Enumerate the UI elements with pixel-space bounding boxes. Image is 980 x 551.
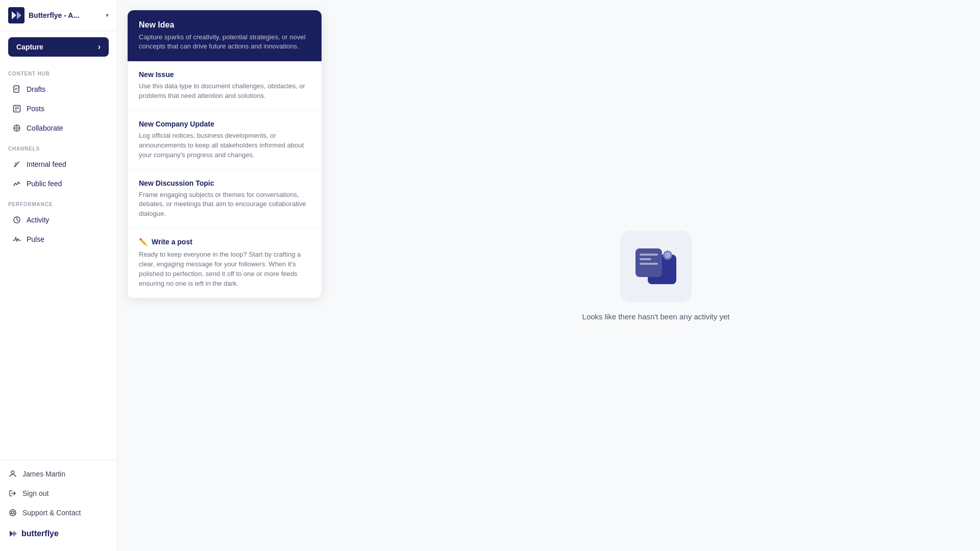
new-discussion-topic-title: New Discussion Topic: [139, 179, 310, 187]
svg-line-17: [17, 220, 18, 221]
svg-point-9: [16, 127, 18, 129]
support-contact-label: Support & Contact: [22, 509, 81, 517]
public-feed-icon: [12, 179, 21, 188]
chevron-down-icon: ▾: [106, 12, 109, 19]
sign-out-icon: [8, 489, 17, 498]
new-discussion-topic-description: Frame engaging subjects or themes for co…: [139, 190, 310, 219]
support-icon: [8, 508, 17, 517]
support-contact-item[interactable]: Support & Contact: [0, 503, 117, 522]
empty-state-icon: [635, 248, 676, 284]
capture-arrow-icon: ›: [98, 42, 101, 52]
svg-point-18: [11, 471, 14, 474]
clock-icon: [663, 251, 672, 260]
doc-front-icon: [635, 248, 662, 277]
sign-out-item[interactable]: Sign out: [0, 484, 117, 503]
performance-section-label: PERFORMANCE: [0, 193, 117, 210]
sidebar-collaborate-label: Collaborate: [27, 124, 63, 132]
sidebar-pulse-label: Pulse: [27, 235, 44, 243]
doc-line-2: [640, 258, 651, 260]
write-post-description: Ready to keep everyone in the loop? Star…: [139, 250, 310, 288]
capture-dropdown-card: New Idea Capture sparks of creativity, p…: [128, 10, 322, 298]
empty-state-message: Looks like there hasn't been any activit…: [582, 312, 730, 321]
doc-line-1: [640, 254, 658, 256]
sign-out-label: Sign out: [22, 489, 48, 497]
capture-label: Capture: [16, 43, 43, 51]
pencil-icon: ✏️: [139, 238, 148, 246]
new-company-update-description: Log official notices, business developme…: [139, 131, 310, 160]
sidebar-activity-label: Activity: [27, 216, 49, 224]
main-content: New Idea Capture sparks of creativity, p…: [117, 0, 980, 551]
brand-name: butterflye: [21, 529, 59, 538]
sidebar-brand: butterflye: [0, 522, 117, 547]
internal-feed-icon: [12, 160, 21, 169]
butterflye-logo-icon: [8, 7, 24, 23]
sidebar: Butterflye - A... ▾ Capture › CONTENT HU…: [0, 0, 117, 551]
new-company-update-item[interactable]: New Company Update Log official notices,…: [128, 111, 322, 170]
empty-state-panel: Looks like there hasn't been any activit…: [332, 0, 980, 551]
new-issue-item[interactable]: New Issue Use this data type to document…: [128, 61, 322, 111]
svg-rect-1: [14, 86, 19, 92]
sidebar-app-title: Butterflye - A...: [29, 11, 102, 19]
sidebar-public-feed-label: Public feed: [27, 180, 62, 188]
content-hub-section-label: CONTENT HUB: [0, 63, 117, 80]
pulse-icon: [12, 235, 21, 244]
write-post-item[interactable]: ✏️ Write a post Ready to keep everyone i…: [128, 229, 322, 297]
sidebar-internal-feed-label: Internal feed: [27, 160, 66, 168]
user-profile-item[interactable]: James Martin: [0, 464, 117, 484]
sidebar-item-posts[interactable]: Posts: [4, 99, 113, 118]
sidebar-item-pulse[interactable]: Pulse: [4, 230, 113, 248]
sidebar-item-internal-feed[interactable]: Internal feed: [4, 155, 113, 173]
sidebar-item-activity[interactable]: Activity: [4, 211, 113, 229]
new-idea-description: Capture sparks of creativity, potential …: [139, 33, 310, 51]
new-idea-title: New Idea: [139, 20, 310, 30]
brand-logo-icon: [8, 529, 18, 539]
sidebar-drafts-label: Drafts: [27, 85, 45, 93]
new-company-update-title: New Company Update: [139, 120, 310, 128]
sidebar-item-collaborate[interactable]: Collaborate: [4, 119, 113, 137]
empty-state-illustration: [620, 231, 692, 302]
capture-button[interactable]: Capture ›: [8, 37, 109, 57]
new-discussion-topic-item[interactable]: New Discussion Topic Frame engaging subj…: [128, 170, 322, 229]
dropdown-panel: New Idea Capture sparks of creativity, p…: [117, 0, 332, 551]
doc-line-3: [640, 263, 658, 265]
sidebar-header[interactable]: Butterflye - A... ▾: [0, 0, 117, 31]
channels-section-label: CHANNELS: [0, 138, 117, 155]
sidebar-footer: James Martin Sign out: [0, 460, 117, 551]
new-issue-description: Use this data type to document challenge…: [139, 82, 310, 101]
sidebar-item-public-feed[interactable]: Public feed: [4, 174, 113, 193]
sidebar-item-drafts[interactable]: Drafts: [4, 80, 113, 98]
draft-icon: [12, 85, 21, 94]
new-idea-header[interactable]: New Idea Capture sparks of creativity, p…: [128, 10, 322, 61]
new-issue-title: New Issue: [139, 70, 310, 79]
sidebar-posts-label: Posts: [27, 105, 44, 113]
svg-point-20: [10, 510, 16, 516]
write-post-title: Write a post: [152, 238, 192, 246]
svg-point-21: [12, 512, 14, 514]
collaborate-icon: [12, 123, 21, 133]
user-icon: [8, 469, 17, 479]
svg-line-28: [668, 255, 669, 256]
activity-icon: [12, 215, 21, 224]
posts-icon: [12, 104, 21, 113]
user-name: James Martin: [22, 470, 65, 478]
